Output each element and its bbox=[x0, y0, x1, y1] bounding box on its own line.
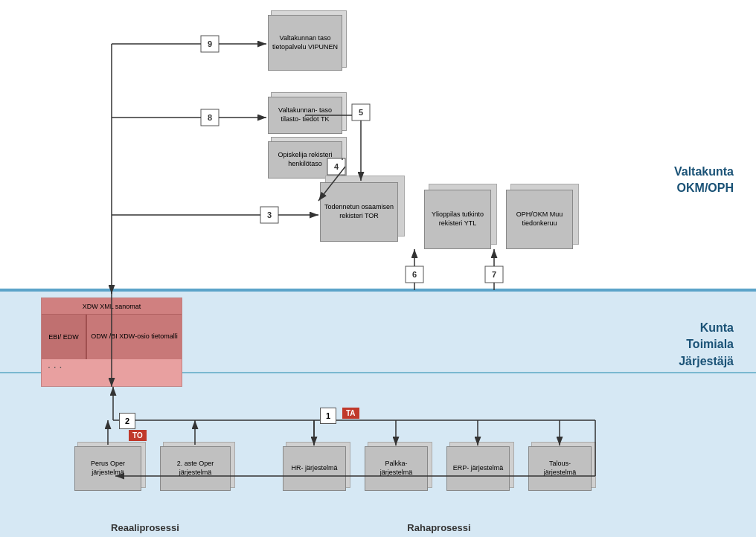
tor-box: Todennetun osaamisen rekisteri TOR bbox=[320, 182, 398, 242]
rahaprosessi-label: Rahaprosessi bbox=[365, 522, 513, 533]
tk-box: Valtakunnan- taso tilasto- tiedot TK bbox=[268, 97, 342, 134]
talous-box: Talous- järjestelmä bbox=[528, 446, 592, 491]
main-container: ValtakuntaOKM/OPH KuntaToimialaJärjestäj… bbox=[0, 0, 756, 537]
opiskelija-box: Opiskelija rekisteri henkilötaso bbox=[268, 141, 342, 179]
reaaliprosessi-label: Reaaliprosessi bbox=[97, 522, 193, 533]
erp-box: ERP- järjestelmä bbox=[446, 446, 510, 491]
region-label-kunta: KuntaToimialaJärjestäjä bbox=[679, 320, 734, 370]
dots-label: · · · bbox=[42, 359, 182, 374]
region-valtakunta bbox=[0, 0, 756, 290]
pink-container: XDW XML sanomat EBI/ EDW ODW /BI XDW-osi… bbox=[41, 298, 182, 387]
ta-tag: TA bbox=[342, 408, 359, 419]
num-1-box: 1 bbox=[320, 408, 336, 424]
ytl-box: Ylioppilas tutkinto rekisteri YTL bbox=[424, 190, 491, 249]
ebi-edw-label: EBI/ EDW bbox=[42, 315, 86, 359]
palkka-box: Palkka- järjestelmä bbox=[365, 446, 428, 491]
divider-line-1 bbox=[0, 289, 756, 290]
hr-box: HR- järjestelmä bbox=[283, 446, 346, 491]
num-2-box: 2 bbox=[119, 413, 135, 429]
xdw-xml-label: XDW XML sanomat bbox=[42, 298, 182, 315]
perus-oper-box: Perus Oper järjestelmä bbox=[74, 446, 141, 491]
region-label-valtakunta: ValtakuntaOKM/OPH bbox=[674, 164, 734, 197]
to-tag: TO bbox=[129, 430, 147, 441]
odw-bi-label: ODW /BI XDW-osio tietomalli bbox=[86, 315, 182, 359]
oph-okm-box: OPH/OKM Muu tiedonkeruu bbox=[506, 190, 573, 249]
vipunen-box: Valtakunnan taso tietopalvelu VIPUNEN bbox=[268, 15, 342, 71]
aste-oper-box: 2. aste Oper järjestelmä bbox=[160, 446, 231, 491]
